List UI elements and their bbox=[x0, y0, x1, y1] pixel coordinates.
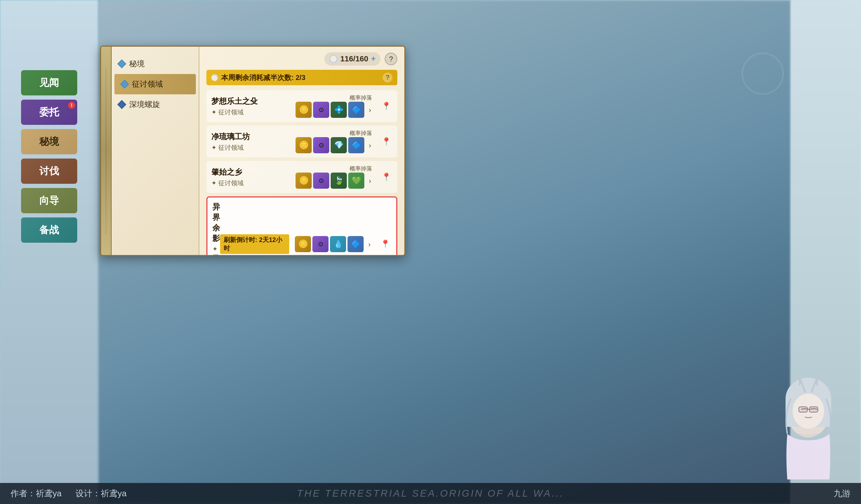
item-icon-more-3: › bbox=[366, 173, 374, 189]
sidebar-item-weituo[interactable]: 委托 ! bbox=[21, 100, 77, 125]
domain-type-4: 征讨领域 bbox=[212, 245, 220, 255]
resin-moon-icon bbox=[329, 55, 338, 63]
domain-type-3: 征讨领域 bbox=[211, 179, 296, 187]
domain-name-2: 净琉璃工坊 bbox=[211, 132, 296, 142]
domain-name-4: 异界余影 bbox=[212, 202, 220, 244]
svg-rect-5 bbox=[809, 407, 818, 412]
item-icons-2: 🪙 ⊙ 💎 🔷 › bbox=[296, 137, 374, 153]
domain-type-1: 征讨领域 bbox=[211, 108, 296, 116]
domain-left-2: 净琉璃工坊 征讨领域 bbox=[211, 132, 296, 152]
sidebar-item-xiangdao[interactable]: 向导 bbox=[21, 188, 77, 213]
info-bar: 本周剩余消耗减半次数: 2/3 ? bbox=[206, 70, 397, 85]
item-icon-gem1-1: 💠 bbox=[331, 102, 347, 118]
sidebar-item-beizhan[interactable]: 备战 bbox=[21, 217, 77, 243]
svg-point-3 bbox=[793, 394, 824, 429]
sidebar-item-taofa[interactable]: 讨伐 bbox=[21, 159, 77, 184]
info-moon-icon bbox=[211, 74, 218, 81]
item-icon-green-3: 💚 bbox=[348, 173, 364, 189]
right-top-bar: 116/160 + ? bbox=[206, 52, 397, 66]
item-icon-swirl-2: ⊙ bbox=[313, 137, 329, 153]
domain-left-3: 肇始之乡 征讨领域 bbox=[211, 167, 296, 187]
item-icon-gem-2: 💎 bbox=[331, 137, 347, 153]
item-icons-1: 🪙 ⊙ 💠 🔷 › bbox=[296, 102, 374, 118]
clock-decoration bbox=[742, 53, 784, 95]
book-spine bbox=[101, 47, 112, 255]
location-pin-4[interactable]: 📍 bbox=[379, 238, 391, 250]
domain-right-3: 概率掉落 🪙 ⊙ 🍃 💚 › 📍 bbox=[296, 165, 392, 189]
info-help-button[interactable]: ? bbox=[383, 73, 392, 82]
resin-plus-button[interactable]: + bbox=[371, 54, 376, 63]
book-right-page: 116/160 + ? 本周剩余消耗减半次数: 2/3 ? 梦想乐土之殳 征讨领… bbox=[199, 47, 404, 255]
location-pin-1[interactable]: 📍 bbox=[380, 100, 392, 113]
item-icon-crystal-4: 🔷 bbox=[347, 236, 364, 252]
book-panel: 秘境 征讨领域 深境螺旋 116/160 + ? bbox=[100, 46, 405, 256]
item-icon-more-1: › bbox=[366, 102, 374, 118]
domain-row-1[interactable]: 梦想乐土之殳 征讨领域 概率掉落 🪙 ⊙ 💠 🔷 › 📍 bbox=[206, 90, 397, 122]
domain-row-4[interactable]: 异界余影 征讨领域 刷新倒计时: 2天12小时 🪙 ⊙ 💧 🔷 › 📍 bbox=[206, 196, 397, 255]
bottom-right-label: 九游 bbox=[834, 488, 850, 499]
location-pin-3[interactable]: 📍 bbox=[380, 171, 392, 183]
item-icon-coin-2: 🪙 bbox=[296, 137, 312, 153]
bottom-author: 作者：祈鸢ya bbox=[11, 488, 61, 499]
item-icon-coin-1: 🪙 bbox=[296, 102, 312, 118]
domain-right-2: 概率掉落 🪙 ⊙ 💎 🔷 › 📍 bbox=[296, 130, 392, 153]
menu-item-zhengtan[interactable]: 征讨领域 bbox=[114, 74, 196, 94]
domain-left-1: 梦想乐土之殳 征讨领域 bbox=[211, 96, 296, 116]
domain-right-4: 刷新倒计时: 2天12小时 🪙 ⊙ 💧 🔷 › 📍 bbox=[220, 234, 391, 254]
bottom-center-text: THE TERRESTRIAL SEA.ORIGIN OF ALL WA... bbox=[297, 488, 564, 499]
item-icon-swirl-1: ⊙ bbox=[313, 102, 329, 118]
drop-label-2: 概率掉落 bbox=[350, 130, 372, 137]
domain-name-3: 肇始之乡 bbox=[211, 167, 296, 177]
domain-row-3[interactable]: 肇始之乡 征讨领域 概率掉落 🪙 ⊙ 🍃 💚 › 📍 bbox=[206, 161, 397, 193]
drop-label-1: 概率掉落 bbox=[350, 94, 372, 102]
resin-count: 116/160 bbox=[340, 54, 369, 63]
nav-badge-weituo: ! bbox=[68, 102, 75, 109]
item-icons-4: 🪙 ⊙ 💧 🔷 › bbox=[295, 236, 373, 252]
resin-display: 116/160 + bbox=[324, 52, 380, 66]
bottom-design: 设计：祈鸢ya bbox=[75, 488, 126, 499]
item-icon-more-4: › bbox=[365, 236, 373, 252]
info-bar-text: 本周剩余消耗减半次数: 2/3 bbox=[211, 73, 305, 82]
svg-rect-4 bbox=[799, 407, 807, 412]
menu-item-mijing[interactable]: 秘境 bbox=[112, 54, 199, 74]
item-icon-more-2: › bbox=[366, 137, 374, 153]
item-icon-coin-4: 🪙 bbox=[295, 236, 311, 252]
location-pin-2[interactable]: 📍 bbox=[380, 135, 392, 148]
diamond-icon-shen bbox=[117, 100, 126, 109]
drop-info-3: 概率掉落 🪙 ⊙ 🍃 💚 › bbox=[296, 165, 374, 189]
drop-info-1: 概率掉落 🪙 ⊙ 💠 🔷 › bbox=[296, 94, 374, 118]
drop-label-3: 概率掉落 bbox=[350, 165, 372, 173]
item-icon-drop-4: 💧 bbox=[330, 236, 346, 252]
bottom-bar: 作者：祈鸢ya 设计：祈鸢ya THE TERRESTRIAL SEA.ORIG… bbox=[0, 483, 861, 504]
book-left-page: 秘境 征讨领域 深境螺旋 bbox=[112, 47, 199, 255]
drop-info-2: 概率掉落 🪙 ⊙ 💎 🔷 › bbox=[296, 130, 374, 153]
item-icon-leaf-3: 🍃 bbox=[331, 173, 347, 189]
domain-type-2: 征讨领域 bbox=[211, 143, 296, 152]
domain-left-4: 异界余影 征讨领域 bbox=[212, 202, 220, 255]
item-icon-swirl-4: ⊙ bbox=[312, 236, 329, 252]
domain-name-1: 梦想乐土之殳 bbox=[211, 96, 296, 107]
menu-item-shen[interactable]: 深境螺旋 bbox=[112, 94, 199, 115]
character-illustration bbox=[756, 350, 861, 483]
diamond-icon-mijing bbox=[117, 59, 126, 68]
left-navigation: 见闻 委托 ! 秘境 讨伐 向导 备战 bbox=[21, 70, 77, 243]
sidebar-item-jianwen[interactable]: 见闻 bbox=[21, 70, 77, 95]
diamond-icon-zhengtan bbox=[120, 80, 129, 88]
character-svg bbox=[756, 350, 861, 483]
timer-badge-4: 刷新倒计时: 2天12小时 bbox=[220, 234, 289, 254]
item-icon-crystal-2: 🔷 bbox=[348, 137, 364, 153]
item-icons-3: 🪙 ⊙ 🍃 💚 › bbox=[296, 173, 374, 189]
sidebar-item-mijing[interactable]: 秘境 bbox=[21, 129, 77, 154]
help-button[interactable]: ? bbox=[385, 53, 397, 65]
domain-row-2[interactable]: 净琉璃工坊 征讨领域 概率掉落 🪙 ⊙ 💎 🔷 › 📍 bbox=[206, 126, 397, 157]
domain-right-1: 概率掉落 🪙 ⊙ 💠 🔷 › 📍 bbox=[296, 94, 392, 118]
item-icon-coin-3: 🪙 bbox=[296, 173, 312, 189]
item-icon-swirl-3: ⊙ bbox=[313, 173, 329, 189]
item-icon-crystal1-1: 🔷 bbox=[348, 102, 364, 118]
